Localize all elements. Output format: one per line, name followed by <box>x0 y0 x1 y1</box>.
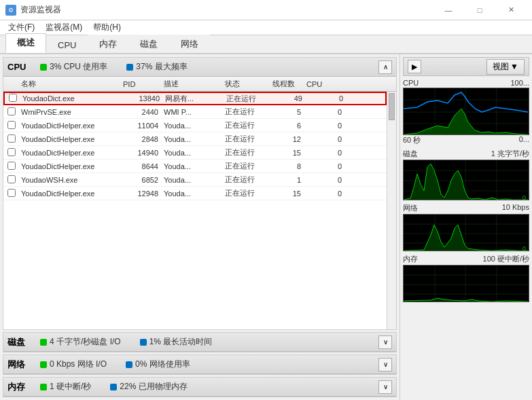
row-check[interactable] <box>5 189 18 198</box>
memory-chart-section: 内存 100 硬中断/秒 <box>403 254 529 302</box>
cpu-stat1-text: 3% CPU 使用率 <box>50 61 107 73</box>
disk-expand-button[interactable]: ∨ <box>378 335 392 349</box>
row-status: 正在运行 <box>222 188 270 198</box>
table-scrollbar[interactable] <box>387 92 396 329</box>
svg-text:0: 0 <box>522 194 526 200</box>
disk-section-header[interactable]: 磁盘 4 千字节/秒磁盘 I/O 1% 最长活动时间 ∨ <box>3 333 396 352</box>
cpu-stat2-text: 37% 最大频率 <box>136 61 187 73</box>
memory-expand-button[interactable]: ∨ <box>378 380 392 394</box>
cpu-table-wrapper: 名称 PID 描述 状态 线程数 CPU YoudaoDict.exe 1384… <box>3 77 396 329</box>
row-check[interactable] <box>5 175 18 185</box>
table-row[interactable]: YoudaoDictHelper.exe 14940 Youda... 正在运行… <box>3 146 387 160</box>
disk-chart: 0 <box>403 160 529 200</box>
network-chart-value: 10 Kbps <box>502 203 529 213</box>
table-row[interactable]: YoudaoWSH.exe 6852 Youda... 正在运行 1 0 <box>3 173 387 187</box>
row-desc: Youda... <box>161 176 222 184</box>
cpu-expand-button[interactable]: ∧ <box>378 60 392 74</box>
row-threads: 15 <box>270 149 304 157</box>
table-scroll-wrapper: YoudaoDict.exe 13840 网易有... 正在运行 49 0 Wm… <box>3 92 396 329</box>
memory-chart-label-row: 内存 100 硬中断/秒 <box>403 254 529 264</box>
table-row[interactable]: YoudaoDictHelper.exe 8644 Youda... 正在运行 … <box>3 160 387 173</box>
row-desc: 网易有... <box>162 94 224 104</box>
right-expand-button[interactable]: ▶ <box>408 60 421 73</box>
network-expand-button[interactable]: ∨ <box>378 358 392 371</box>
memory-chart <box>403 265 529 302</box>
network-section-header[interactable]: 网络 0 Kbps 网络 I/O 0% 网络使用率 ∨ <box>3 355 396 374</box>
disk-chart-label-row: 磁盘 1 兆字节/秒 <box>403 149 529 159</box>
row-cpu: 0 <box>304 122 344 130</box>
col-pid[interactable]: PID <box>120 80 161 88</box>
memory-chart-svg <box>404 266 528 302</box>
row-name: YoudaoDictHelper.exe <box>18 162 120 170</box>
memory-section-header[interactable]: 内存 1 硬中断/秒 22% 已用物理内存 ∨ <box>3 378 396 397</box>
cpu-time-label-row: 60 秒 0... <box>403 135 529 145</box>
cpu-stat1-dot <box>40 64 47 71</box>
cpu-section-header[interactable]: CPU 3% CPU 使用率 37% 最大频率 ∧ <box>3 58 396 77</box>
view-button[interactable]: 视图 ▼ <box>486 59 525 75</box>
tab-cpu[interactable]: CPU <box>46 37 88 53</box>
row-check[interactable] <box>5 107 18 117</box>
col-name[interactable]: 名称 <box>18 79 120 89</box>
row-check[interactable] <box>5 121 18 130</box>
close-button[interactable]: ✕ <box>495 0 527 20</box>
col-status[interactable]: 状态 <box>222 79 270 89</box>
disk-section: 磁盘 4 千字节/秒磁盘 I/O 1% 最长活动时间 ∨ <box>3 332 397 352</box>
row-cpu: 0 <box>304 108 344 116</box>
col-cpu[interactable]: CPU <box>304 80 344 88</box>
tab-memory[interactable]: 内存 <box>88 35 128 53</box>
memory-stat2-text: 22% 已用物理内存 <box>120 381 187 393</box>
table-row[interactable]: YoudaoDict.exe 13840 网易有... 正在运行 49 0 <box>3 92 387 105</box>
row-cpu: 0 <box>304 189 344 198</box>
disk-chart-value: 1 兆字节/秒 <box>491 149 529 159</box>
tab-overview[interactable]: 概述 <box>5 33 46 53</box>
row-check[interactable] <box>5 162 18 171</box>
memory-stat2: 22% 已用物理内存 <box>110 381 187 393</box>
row-check[interactable] <box>6 94 20 103</box>
row-cpu: 0 <box>304 162 344 170</box>
row-desc: Youda... <box>161 162 222 170</box>
cpu-stat2: 37% 最大频率 <box>126 61 187 73</box>
row-check[interactable] <box>5 148 18 158</box>
row-name: YoudaoDictHelper.exe <box>18 135 120 143</box>
menu-bar: 文件(F) 监视器(M) 帮助(H) <box>0 20 532 35</box>
tab-network[interactable]: 网络 <box>169 35 210 53</box>
row-pid: 2848 <box>120 135 161 143</box>
menu-help[interactable]: 帮助(H) <box>88 20 126 35</box>
table-row[interactable]: YoudaoDictHelper.exe 11004 Youda... 正在运行… <box>3 119 387 132</box>
cpu-chart-label-row: CPU 100... <box>403 79 529 87</box>
network-chart: 0 <box>403 214 529 251</box>
table-row[interactable]: YoudaoDictHelper.exe 12948 Youda... 正在运行… <box>3 187 387 200</box>
row-pid: 12948 <box>120 189 161 198</box>
cpu-chart-label: CPU <box>403 79 419 87</box>
network-stat1: 0 Kbps 网络 I/O <box>40 359 107 370</box>
memory-chart-label: 内存 <box>403 254 418 264</box>
minimize-button[interactable]: — <box>433 0 464 20</box>
cpu-chart <box>403 88 529 135</box>
col-desc[interactable]: 描述 <box>161 79 222 89</box>
row-pid: 2440 <box>120 108 161 116</box>
disk-stat1: 4 千字节/秒磁盘 I/O <box>40 336 121 348</box>
row-cpu: 0 <box>305 94 346 103</box>
memory-stat1-text: 1 硬中断/秒 <box>50 381 91 393</box>
scrollbar-thumb[interactable] <box>389 93 395 120</box>
table-row[interactable]: YoudaoDictHelper.exe 2848 Youda... 正在运行 … <box>3 132 387 146</box>
svg-text:0: 0 <box>522 245 526 251</box>
table-body[interactable]: YoudaoDict.exe 13840 网易有... 正在运行 49 0 Wm… <box>3 92 387 329</box>
maximize-button[interactable]: □ <box>464 0 495 20</box>
row-name: YoudaoDictHelper.exe <box>18 122 120 130</box>
col-threads[interactable]: 线程数 <box>270 79 304 89</box>
row-threads: 12 <box>270 135 304 143</box>
menu-file[interactable]: 文件(F) <box>3 20 40 35</box>
memory-stat1: 1 硬中断/秒 <box>40 381 91 393</box>
network-stat2: 0% 网络使用率 <box>126 359 190 370</box>
menu-monitor[interactable]: 监视器(M) <box>40 20 88 35</box>
row-desc: Youda... <box>161 135 222 143</box>
app-icon: ⚙ <box>5 5 16 16</box>
tab-disk[interactable]: 磁盘 <box>128 35 169 53</box>
cpu-stat2-dot <box>126 64 133 71</box>
right-panel: ▶ 视图 ▼ CPU 100... <box>400 54 532 400</box>
title-bar: ⚙ 资源监视器 — □ ✕ <box>0 0 532 20</box>
table-row[interactable]: WmiPrvSE.exe 2440 WMI P... 正在运行 5 0 <box>3 105 387 119</box>
row-check[interactable] <box>5 134 18 144</box>
disk-chart-label: 磁盘 <box>403 149 418 159</box>
